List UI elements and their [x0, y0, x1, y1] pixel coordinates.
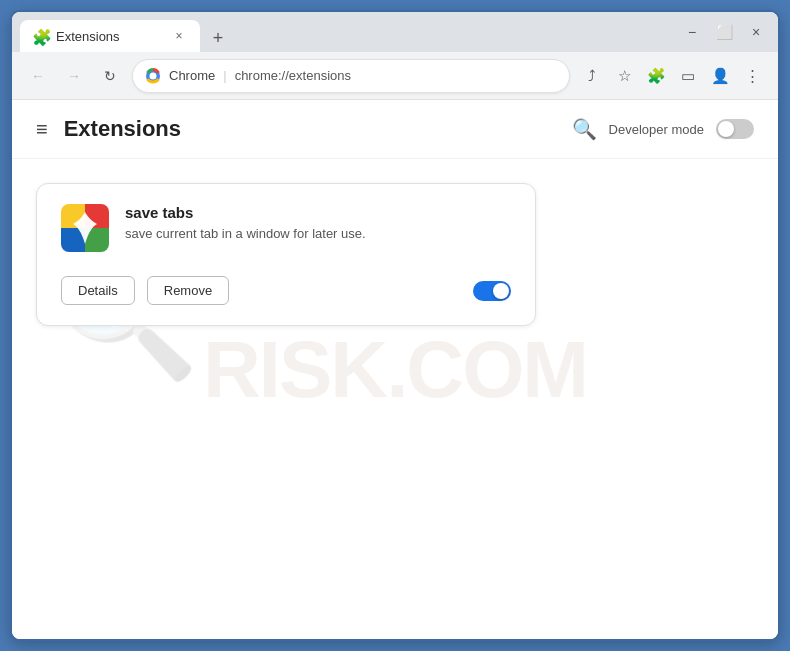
extension-icon [61, 204, 109, 252]
toggle-knob [493, 283, 509, 299]
tab-favicon: 🧩 [32, 28, 48, 44]
extension-name: save tabs [125, 204, 511, 221]
window-controls: − ⬜ × [678, 18, 770, 46]
forward-button[interactable]: → [60, 62, 88, 90]
url-display: chrome://extensions [235, 68, 351, 83]
site-favicon [145, 68, 161, 84]
card-bottom: Details Remove [61, 276, 511, 305]
extension-info: save tabs save current tab in a window f… [125, 204, 511, 243]
minimize-button[interactable]: − [678, 18, 706, 46]
close-button[interactable]: × [742, 18, 770, 46]
page-title: Extensions [64, 116, 181, 142]
site-name: Chrome [169, 68, 215, 83]
header-right: 🔍 Developer mode [572, 117, 754, 141]
developer-mode-toggle[interactable] [716, 119, 754, 139]
extensions-header: ≡ Extensions 🔍 Developer mode [12, 100, 778, 159]
svg-point-1 [150, 72, 157, 79]
share-button[interactable]: ⤴ [578, 62, 606, 90]
extension-card: save tabs save current tab in a window f… [36, 183, 536, 326]
card-top: save tabs save current tab in a window f… [61, 204, 511, 252]
omnibox[interactable]: Chrome | chrome://extensions [132, 59, 570, 93]
menu-button[interactable]: ⋮ [738, 62, 766, 90]
refresh-button[interactable]: ↻ [96, 62, 124, 90]
sidebar-button[interactable]: ▭ [674, 62, 702, 90]
url-separator: | [223, 68, 226, 83]
page-content: 🔍 RISK.COM ≡ Extensions 🔍 Developer mode [12, 100, 778, 639]
toggle-knob [718, 121, 734, 137]
developer-mode-label: Developer mode [609, 122, 704, 137]
profile-button[interactable]: 👤 [706, 62, 734, 90]
tab-area: 🧩 Extensions × + [20, 12, 670, 52]
hamburger-icon[interactable]: ≡ [36, 118, 48, 141]
extensions-list: save tabs save current tab in a window f… [12, 159, 778, 350]
active-tab[interactable]: 🧩 Extensions × [20, 20, 200, 52]
toolbar-icons: ⤴ ☆ 🧩 ▭ 👤 ⋮ [578, 62, 766, 90]
maximize-button[interactable]: ⬜ [710, 18, 738, 46]
tab-close-button[interactable]: × [170, 27, 188, 45]
back-button[interactable]: ← [24, 62, 52, 90]
extension-enabled-toggle[interactable] [473, 281, 511, 301]
extension-description: save current tab in a window for later u… [125, 225, 511, 243]
bookmark-button[interactable]: ☆ [610, 62, 638, 90]
details-button[interactable]: Details [61, 276, 135, 305]
title-bar: 🧩 Extensions × + − ⬜ × [12, 12, 778, 52]
extensions-button[interactable]: 🧩 [642, 62, 670, 90]
search-icon[interactable]: 🔍 [572, 117, 597, 141]
header-left: ≡ Extensions [36, 116, 181, 142]
tab-title: Extensions [56, 29, 162, 44]
browser-window: 🧩 Extensions × + − ⬜ × ← → ↻ Chrome [10, 10, 780, 641]
new-tab-button[interactable]: + [204, 24, 232, 52]
address-bar: ← → ↻ Chrome | chrome://extensions ⤴ ☆ 🧩… [12, 52, 778, 100]
remove-button[interactable]: Remove [147, 276, 229, 305]
